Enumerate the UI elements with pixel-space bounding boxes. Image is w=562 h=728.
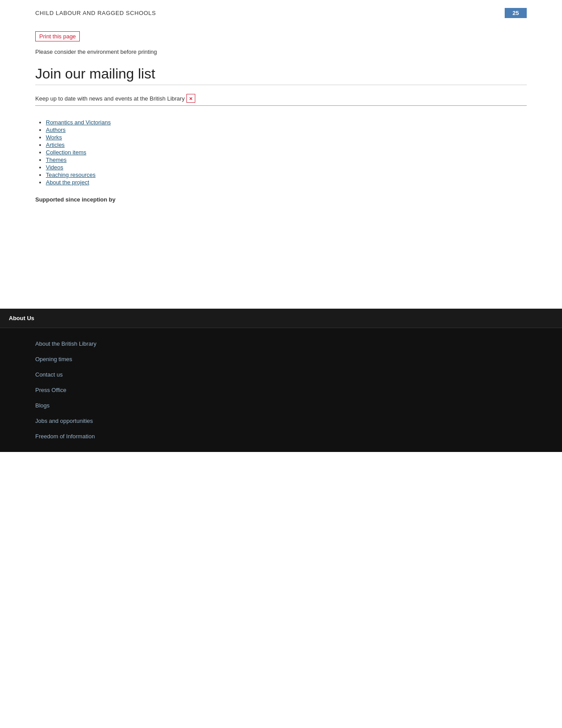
nav-link[interactable]: Articles [46, 142, 65, 148]
nav-link[interactable]: Collection items [46, 149, 86, 156]
nav-link[interactable]: Videos [46, 164, 63, 171]
about-us-links-inner: About the British LibraryOpening timesCo… [35, 332, 527, 448]
page-title: CHILD LABOUR AND RAGGED SCHOOLS [35, 10, 156, 16]
about-us-links: About the British LibraryOpening timesCo… [0, 328, 562, 452]
about-us-link[interactable]: Opening times [35, 351, 527, 367]
page-container: CHILD LABOUR AND RAGGED SCHOOLS 25 Print… [0, 0, 562, 728]
about-us-link[interactable]: Contact us [35, 367, 527, 382]
nav-link[interactable]: Teaching resources [46, 172, 96, 178]
nav-link[interactable]: Works [46, 134, 62, 141]
about-us-link[interactable]: Blogs [35, 398, 527, 413]
nav-list: Romantics and VictoriansAuthorsWorksArti… [35, 119, 527, 186]
nav-link[interactable]: About the project [46, 179, 89, 186]
list-item: Works [46, 134, 527, 141]
header-area: CHILD LABOUR AND RAGGED SCHOOLS 25 [0, 0, 562, 22]
about-us-link[interactable]: Press Office [35, 382, 527, 398]
about-us-link[interactable]: About the British Library [35, 336, 527, 351]
list-item: Romantics and Victorians [46, 119, 527, 126]
list-item: Videos [46, 164, 527, 171]
about-us-section: About Us About the British LibraryOpenin… [0, 309, 562, 452]
list-item: Articles [46, 142, 527, 148]
mailing-list-description-row: Keep up to date with news and events at … [35, 94, 527, 106]
supported-text: Supported since inception by [35, 196, 527, 203]
nav-link[interactable]: Authors [46, 127, 66, 133]
list-item: About the project [46, 179, 527, 186]
about-us-link[interactable]: Jobs and opportunities [35, 413, 527, 429]
mailing-list-section: Join our mailing list Keep up to date wi… [35, 66, 527, 106]
print-link[interactable]: Print this page [35, 31, 80, 41]
mailing-list-title: Join our mailing list [35, 66, 527, 85]
nav-link[interactable]: Themes [46, 157, 67, 163]
close-button[interactable]: × [186, 94, 195, 103]
list-item: Authors [46, 127, 527, 133]
page-number-badge: 25 [505, 8, 527, 18]
list-item: Collection items [46, 149, 527, 156]
nav-link[interactable]: Romantics and Victorians [46, 119, 111, 126]
environment-note: Please consider the environment before p… [35, 49, 527, 55]
mailing-list-description-text: Keep up to date with news and events at … [35, 95, 185, 102]
content-area: Print this page Please consider the envi… [0, 22, 562, 212]
about-us-link[interactable]: Freedom of Information [35, 429, 527, 444]
list-item: Teaching resources [46, 172, 527, 178]
about-us-header: About Us [0, 309, 562, 328]
list-item: Themes [46, 157, 527, 163]
